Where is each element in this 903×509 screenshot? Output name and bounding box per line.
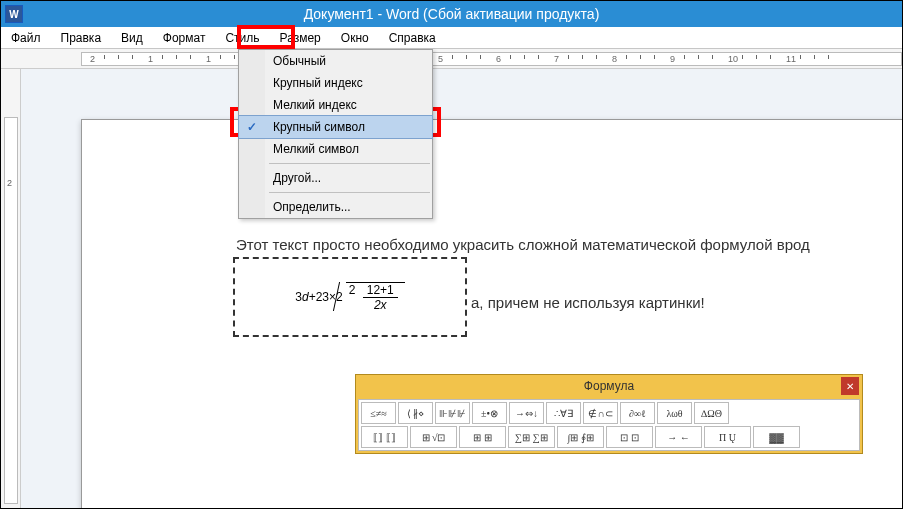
formula-btn-arrows[interactable]: →⇔↓ bbox=[509, 402, 544, 424]
formula-toolbar-title-text: Формула bbox=[584, 379, 634, 393]
vruler-num: 2 bbox=[7, 178, 12, 188]
window-title: Документ1 - Word (Сбой активации продукт… bbox=[304, 6, 600, 22]
document-text-line-2[interactable]: а, причем не используя картинки! bbox=[471, 294, 705, 311]
highlight-menu-size bbox=[237, 25, 295, 49]
dropdown-separator bbox=[269, 163, 430, 164]
formula-btn-bars[interactable]: ⊡ ⊡ bbox=[606, 426, 653, 448]
formula-btn-relations[interactable]: ≤≠≈ bbox=[361, 402, 396, 424]
dropdown-item-normal[interactable]: Обычный bbox=[239, 50, 432, 72]
word-icon: W bbox=[5, 5, 23, 23]
vertical-ruler-track: 2 bbox=[4, 117, 18, 504]
formula-row-2: ⟦⟧ ⟦⟧ ⊞ √⊡ ⊞ ⊞ ∑⊞ ∑⊞ ∫⊞ ∮⊞ ⊡ ⊡ → ← Π Ų ▓… bbox=[361, 426, 857, 448]
ruler-number: 6 bbox=[496, 54, 501, 64]
formula-btn-misc[interactable]: ∂∞ℓ bbox=[620, 402, 655, 424]
ruler-number: 9 bbox=[670, 54, 675, 64]
formula-toolbar-titlebar[interactable]: Формула ✕ bbox=[356, 375, 862, 397]
formula-btn-integrals[interactable]: ∫⊞ ∮⊞ bbox=[557, 426, 604, 448]
formula-btn-operators[interactable]: ±•⊗ bbox=[472, 402, 507, 424]
dropdown-item-small-symbol[interactable]: Мелкий символ bbox=[239, 138, 432, 160]
formula-toolbar[interactable]: Формула ✕ ≤≠≈ ⟨ ∦⋄ ⊪⊮⊮ ±•⊗ →⇔↓ ∴∀∃ ∉∩⊂ ∂… bbox=[355, 374, 863, 454]
menu-view[interactable]: Вид bbox=[111, 28, 153, 48]
formula-btn-labeled-arrows[interactable]: → ← bbox=[655, 426, 702, 448]
horizontal-ruler[interactable]: 211234567891011 bbox=[1, 49, 902, 69]
close-icon[interactable]: ✕ bbox=[841, 377, 859, 395]
formula-btn-products[interactable]: Π Ų bbox=[704, 426, 751, 448]
formula-btn-set[interactable]: ∉∩⊂ bbox=[583, 402, 618, 424]
dropdown-item-subscript[interactable]: Крупный индекс bbox=[239, 72, 432, 94]
dropdown-separator bbox=[269, 192, 430, 193]
ruler-number: 2 bbox=[90, 54, 95, 64]
fraction: 12+1 2x bbox=[363, 283, 398, 312]
menu-edit[interactable]: Правка bbox=[51, 28, 112, 48]
menu-bar: Файл Правка Вид Формат Стиль Размер Окно… bbox=[1, 27, 902, 49]
check-icon: ✓ bbox=[247, 120, 257, 134]
ruler-number: 8 bbox=[612, 54, 617, 64]
formula-btn-logical[interactable]: ∴∀∃ bbox=[546, 402, 581, 424]
formula-btn-fences[interactable]: ⟦⟧ ⟦⟧ bbox=[361, 426, 408, 448]
ruler-number: 10 bbox=[728, 54, 738, 64]
formula-btn-greek-lower[interactable]: λωθ bbox=[657, 402, 692, 424]
vertical-ruler[interactable]: 2 bbox=[1, 69, 21, 508]
formula-btn-sums[interactable]: ∑⊞ ∑⊞ bbox=[508, 426, 555, 448]
formula-btn-fractions[interactable]: ⊞ √⊡ bbox=[410, 426, 457, 448]
ruler-number: 7 bbox=[554, 54, 559, 64]
equation-content: 3d +23×2 2 12+1 2x bbox=[295, 282, 404, 312]
formula-toolbar-body: ≤≠≈ ⟨ ∦⋄ ⊪⊮⊮ ±•⊗ →⇔↓ ∴∀∃ ∉∩⊂ ∂∞ℓ λωθ ∆ΩΘ… bbox=[358, 399, 860, 451]
formula-btn-embellish[interactable]: ⊪⊮⊮ bbox=[435, 402, 470, 424]
formula-btn-greek-upper[interactable]: ∆ΩΘ bbox=[694, 402, 729, 424]
ruler-number: 5 bbox=[438, 54, 443, 64]
dropdown-item-subsubscript[interactable]: Мелкий индекс bbox=[239, 94, 432, 116]
formula-row-1: ≤≠≈ ⟨ ∦⋄ ⊪⊮⊮ ±•⊗ →⇔↓ ∴∀∃ ∉∩⊂ ∂∞ℓ λωθ ∆ΩΘ bbox=[361, 402, 857, 424]
size-dropdown-menu: Обычный Крупный индекс Мелкий индекс ✓Кр… bbox=[238, 49, 433, 219]
formula-btn-scripts[interactable]: ⊞ ⊞ bbox=[459, 426, 506, 448]
menu-help[interactable]: Справка bbox=[379, 28, 446, 48]
menu-format[interactable]: Формат bbox=[153, 28, 216, 48]
equation-object[interactable]: 3d +23×2 2 12+1 2x bbox=[233, 257, 467, 337]
formula-btn-matrices[interactable]: ▓▓ bbox=[753, 426, 800, 448]
dropdown-item-define[interactable]: Определить... bbox=[239, 196, 432, 218]
ruler-number: 11 bbox=[786, 54, 796, 64]
title-bar: W Документ1 - Word (Сбой активации проду… bbox=[1, 1, 902, 27]
dropdown-item-other[interactable]: Другой... bbox=[239, 167, 432, 189]
menu-file[interactable]: Файл bbox=[1, 28, 51, 48]
ruler-track: 211234567891011 bbox=[81, 52, 902, 66]
ruler-number: 1 bbox=[206, 54, 211, 64]
sqrt-symbol: 2 12+1 2x bbox=[346, 282, 405, 312]
menu-window[interactable]: Окно bbox=[331, 28, 379, 48]
formula-btn-spaces[interactable]: ⟨ ∦⋄ bbox=[398, 402, 433, 424]
ruler-number: 1 bbox=[148, 54, 153, 64]
document-text-line-1[interactable]: Этот текст просто необходимо украсить сл… bbox=[236, 236, 810, 253]
dropdown-item-large-symbol[interactable]: ✓Крупный символ bbox=[238, 115, 433, 139]
